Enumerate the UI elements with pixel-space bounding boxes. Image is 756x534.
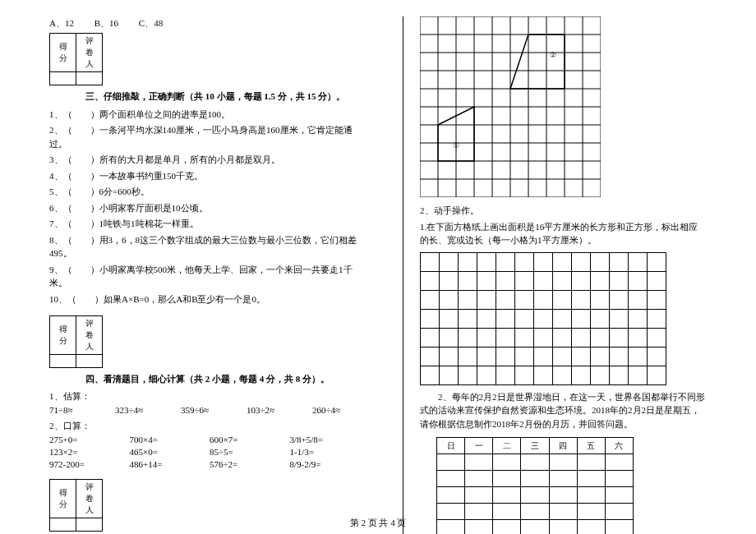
grid-cell[interactable] — [515, 347, 534, 366]
grid-cell[interactable] — [534, 290, 553, 309]
grid-cell[interactable] — [477, 252, 496, 271]
grid-cell[interactable] — [610, 347, 629, 366]
grid-cell[interactable] — [459, 366, 477, 384]
grid-cell[interactable] — [440, 347, 459, 366]
grid-cell[interactable] — [421, 328, 440, 347]
grid-cell[interactable] — [629, 271, 648, 290]
grid-cell[interactable] — [477, 328, 496, 347]
score-cell[interactable] — [50, 71, 76, 85]
grid-cell[interactable] — [648, 290, 666, 309]
grid-cell[interactable] — [496, 252, 515, 271]
grid-cell[interactable] — [629, 290, 648, 309]
grid-cell[interactable] — [459, 252, 477, 271]
grid-cell[interactable] — [440, 309, 459, 328]
grid-cell[interactable] — [572, 328, 591, 347]
cal-head: 四 — [549, 438, 577, 454]
grid-cell[interactable] — [572, 271, 591, 290]
grid-cell[interactable] — [629, 309, 648, 328]
grid-cell[interactable] — [534, 328, 553, 347]
grid-cell[interactable] — [610, 366, 629, 384]
grid-cell[interactable] — [515, 309, 534, 328]
grid-cell[interactable] — [648, 271, 666, 290]
grid-cell[interactable] — [496, 347, 515, 366]
grid-cell[interactable] — [572, 347, 591, 366]
grid-cell[interactable] — [515, 290, 534, 309]
grid-cell[interactable] — [421, 271, 440, 290]
grader-cell[interactable] — [76, 71, 103, 85]
grid-cell[interactable] — [496, 271, 515, 290]
grid-cell[interactable] — [553, 271, 572, 290]
grid-cell[interactable] — [572, 309, 591, 328]
grid-cell[interactable] — [553, 347, 572, 366]
grid-cell[interactable] — [440, 366, 459, 384]
grid-cell[interactable] — [496, 309, 515, 328]
grid-cell[interactable] — [534, 309, 553, 328]
grid-cell[interactable] — [515, 271, 534, 290]
grid-cell[interactable] — [591, 347, 610, 366]
grid-cell[interactable] — [459, 309, 477, 328]
grid-cell[interactable] — [629, 252, 648, 271]
grid-cell[interactable] — [477, 290, 496, 309]
grid-cell[interactable] — [477, 366, 496, 384]
grid-cell[interactable] — [534, 347, 553, 366]
grid-cell[interactable] — [421, 366, 440, 384]
grid-cell[interactable] — [421, 347, 440, 366]
grid-cell[interactable] — [572, 252, 591, 271]
grid-cell[interactable] — [534, 271, 553, 290]
grid-cell[interactable] — [553, 328, 572, 347]
grid-cell[interactable] — [477, 309, 496, 328]
grid-cell[interactable] — [591, 309, 610, 328]
grid-cell[interactable] — [648, 252, 666, 271]
q3-7: 7、（ ）1吨铁与1吨棉花一样重。 — [49, 217, 370, 231]
grid-cell[interactable] — [629, 347, 648, 366]
grid-cell[interactable] — [553, 252, 572, 271]
grid-cell[interactable] — [421, 309, 440, 328]
grid-cell[interactable] — [591, 290, 610, 309]
grid-cell[interactable] — [515, 366, 534, 384]
grid-cell[interactable] — [572, 290, 591, 309]
grid-cell[interactable] — [610, 328, 629, 347]
score-cell[interactable] — [50, 355, 76, 368]
grid-cell[interactable] — [421, 290, 440, 309]
grader-cell[interactable] — [76, 355, 103, 368]
grid-cell[interactable] — [648, 347, 666, 366]
grid-cell[interactable] — [534, 366, 553, 384]
grid-cell[interactable] — [515, 328, 534, 347]
grid-cell[interactable] — [496, 328, 515, 347]
grid-cell[interactable] — [629, 328, 648, 347]
grid-cell[interactable] — [421, 252, 440, 271]
grid-cell[interactable] — [477, 347, 496, 366]
grid-cell[interactable] — [610, 252, 629, 271]
grid-cell[interactable] — [459, 290, 477, 309]
grid-cell[interactable] — [496, 290, 515, 309]
grid-cell[interactable] — [648, 309, 666, 328]
grid-cell[interactable] — [459, 328, 477, 347]
grid-cell[interactable] — [591, 252, 610, 271]
grid-cell[interactable] — [534, 252, 553, 271]
top-option-row: A、12 B、16 C、48 — [49, 16, 370, 30]
calc-row-3: 123×2= 465×0= 85÷5= 1-1/3= — [49, 447, 370, 457]
grid-cell[interactable] — [477, 271, 496, 290]
grid-cell[interactable] — [459, 271, 477, 290]
grid-cell[interactable] — [610, 290, 629, 309]
grid-cell[interactable] — [610, 309, 629, 328]
grid-cell[interactable] — [572, 366, 591, 384]
grid-cell[interactable] — [591, 366, 610, 384]
grid-cell[interactable] — [459, 347, 477, 366]
grid-cell[interactable] — [591, 328, 610, 347]
grid-cell[interactable] — [440, 290, 459, 309]
grid-cell[interactable] — [610, 271, 629, 290]
grid-cell[interactable] — [553, 309, 572, 328]
grid-cell[interactable] — [648, 328, 666, 347]
grid-cell[interactable] — [440, 252, 459, 271]
grid-cell[interactable] — [515, 252, 534, 271]
grid-cell[interactable] — [591, 271, 610, 290]
grid-cell[interactable] — [440, 328, 459, 347]
grid-cell[interactable] — [496, 366, 515, 384]
grid-cell[interactable] — [629, 366, 648, 384]
blank-grid[interactable] — [420, 252, 666, 385]
grid-cell[interactable] — [440, 271, 459, 290]
grid-cell[interactable] — [553, 366, 572, 384]
grid-cell[interactable] — [648, 366, 666, 384]
grid-cell[interactable] — [553, 290, 572, 309]
